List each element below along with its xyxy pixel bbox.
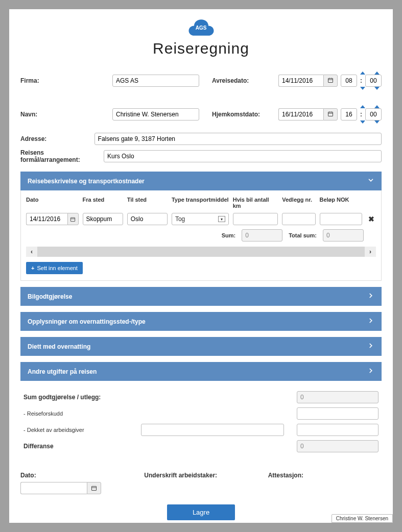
svg-rect-8 (71, 217, 75, 221)
scroll-left[interactable]: ‹ (26, 247, 37, 257)
hjemkomst-hh-input[interactable] (341, 108, 357, 120)
chevron-right-icon (367, 342, 374, 351)
signature-row: Dato: Underskrift arbeidstaker: Attestas… (20, 472, 382, 494)
summary-diff-label: Differanse (23, 443, 136, 450)
dropdown-icon: ▾ (218, 216, 225, 222)
logo-text: AGS (196, 25, 207, 31)
th-type: Type transportmiddel (172, 197, 229, 209)
transport-panel: Dato Fra sted Til sted Type transportmid… (20, 190, 382, 281)
total-label: Total sum: (289, 232, 317, 238)
row-fra-input[interactable] (83, 213, 123, 225)
row-til-input[interactable] (127, 213, 168, 225)
hjemkomst-mm-down[interactable] (374, 120, 380, 124)
label-avreise: Avreisedato: (212, 77, 273, 84)
row-km-input[interactable] (233, 213, 278, 225)
sig-dato-label: Dato: (20, 472, 134, 479)
colon: : (360, 77, 362, 84)
user-pill: Christine W. Stenersen (332, 514, 393, 523)
hjemkomst-hh-down[interactable] (360, 120, 365, 124)
section-transport[interactable]: Reisebeskrivelse og transportkostnader (20, 172, 382, 190)
plus-icon: + (31, 265, 34, 271)
logo-cloud: AGS (187, 18, 216, 37)
th-vedlegg: Vedlegg nr. (282, 197, 315, 209)
summary-reiseforskudd-input[interactable] (297, 407, 379, 420)
row-vedlegg-input[interactable] (282, 213, 315, 225)
hjemkomst-date-input[interactable] (278, 108, 323, 120)
save-button[interactable]: Lagre (167, 504, 235, 520)
row-dato-input[interactable] (26, 213, 67, 225)
sig-dato-input[interactable] (20, 482, 87, 494)
section-andre[interactable]: Andre utgifter på reisen (20, 362, 382, 381)
sig-cal-button[interactable] (87, 482, 101, 494)
label-navn: Navn: (20, 111, 107, 118)
chevron-down-icon (367, 177, 374, 185)
section-bil[interactable]: Bilgodtgjørelse (20, 287, 382, 306)
navn-input[interactable] (112, 108, 199, 120)
svg-rect-10 (92, 487, 97, 491)
chevron-right-icon (367, 292, 374, 301)
adresse-input[interactable] (94, 133, 382, 145)
avreise-mm-down[interactable] (374, 87, 380, 90)
calendar-icon (327, 77, 334, 85)
total-input (323, 229, 364, 241)
svg-rect-4 (328, 112, 333, 116)
chevron-right-icon (367, 367, 374, 376)
row-cal-button[interactable] (67, 213, 79, 225)
colon: : (360, 111, 362, 118)
avreise-mm-input[interactable] (365, 75, 382, 87)
transport-table-head: Dato Fra sted Til sted Type transportmid… (26, 197, 376, 209)
summary-dekket-label: - Dekket av arbeidsgiver (23, 427, 136, 433)
section-bil-title: Bilgodtgjørelse (28, 293, 72, 300)
section-diett[interactable]: Diett med overnatting (20, 337, 382, 356)
sum-label: Sum: (222, 232, 236, 238)
th-fra: Fra sted (83, 197, 123, 209)
section-overnatting[interactable]: Opplysninger om overnattingssted-/type (20, 312, 382, 331)
th-dato: Dato (26, 197, 79, 209)
section-diett-title: Diett med overnatting (28, 343, 90, 350)
summary-dekket-amount-input[interactable] (297, 424, 379, 436)
insert-row-button[interactable]: + Sett inn element (26, 262, 83, 274)
section-overnatting-title: Opplysninger om overnattingssted-/type (28, 318, 146, 325)
avreise-cal-button[interactable] (323, 75, 338, 87)
label-formaal: Reisens formål/arrangement: (20, 149, 99, 163)
row-type-select[interactable]: Tog ▾ (172, 213, 229, 225)
label-adresse: Adresse: (20, 135, 89, 142)
section-andre-title: Andre utgifter på reisen (28, 368, 97, 375)
summary-diff-input (297, 440, 379, 452)
label-firma: Firma: (20, 77, 107, 84)
formaal-input[interactable] (104, 150, 382, 162)
label-hjemkomst: Hjemkomstdato: (212, 111, 273, 118)
sum-input (242, 229, 282, 241)
table-row: Tog ▾ ✖ (26, 213, 376, 225)
svg-rect-0 (328, 78, 333, 82)
avreise-date-input[interactable] (278, 75, 323, 87)
sig-arbeidstaker-label: Underskrift arbeidstaker: (144, 472, 257, 479)
calendar-icon (327, 111, 334, 118)
scroll-track[interactable] (37, 247, 365, 257)
insert-label: Sett inn element (37, 265, 78, 271)
row-delete-icon[interactable]: ✖ (368, 215, 374, 223)
hjemkomst-cal-button[interactable] (323, 108, 338, 120)
th-til: Til sted (127, 197, 168, 209)
summary-sum-label: Sum godtgjørelse / utlegg: (23, 394, 136, 401)
th-belop: Beløp NOK (320, 197, 363, 209)
hjemkomst-mm-input[interactable] (365, 108, 382, 120)
header: AGS Reiseregning (20, 18, 382, 57)
page-title: Reiseregning (20, 40, 382, 57)
row-type-value: Tog (175, 215, 185, 223)
summary-reiseforskudd-label: - Reiseforskudd (23, 410, 136, 417)
avreise-hh-down[interactable] (360, 87, 365, 90)
row-belop-input[interactable] (320, 213, 363, 225)
avreise-hh-input[interactable] (341, 75, 357, 87)
section-transport-title: Reisebeskrivelse og transportkostnader (28, 178, 145, 185)
chevron-right-icon (367, 317, 374, 326)
firma-input[interactable] (112, 75, 199, 87)
avreise-datetime: : (278, 71, 382, 90)
scroll-right[interactable]: › (365, 247, 376, 257)
hjemkomst-datetime: : (278, 105, 382, 124)
sig-attestasjon-label: Attestasjon: (268, 472, 382, 479)
scroll-strip: ‹ › (26, 247, 376, 257)
summary-dekket-desc-input[interactable] (141, 424, 284, 436)
th-km: Hvis bil antall km (233, 197, 278, 209)
summary-block: Sum godtgjørelse / utlegg: - Reiseforsku… (20, 386, 382, 462)
